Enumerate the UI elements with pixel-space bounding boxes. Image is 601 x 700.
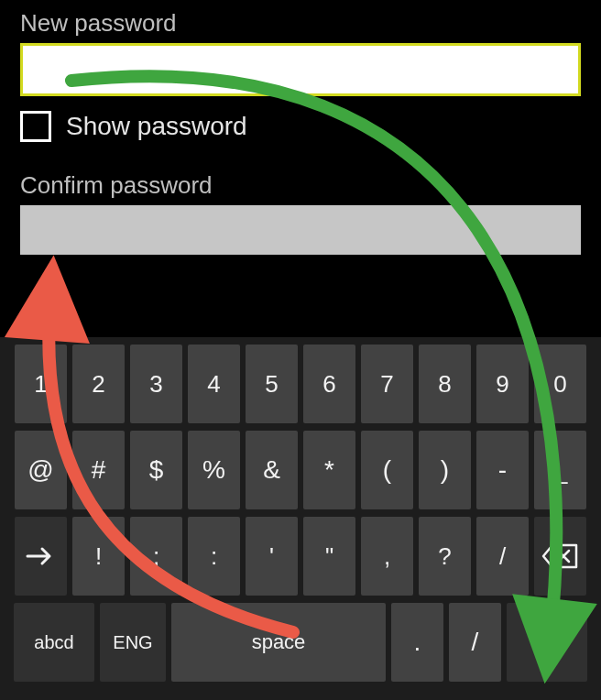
show-password-label: Show password [66,112,247,141]
key-$[interactable]: $ [130,431,182,509]
abcd-key[interactable]: abcd [14,603,94,682]
slash-key[interactable]: / [449,603,501,682]
confirm-password-label: Confirm password [20,171,581,200]
key-'[interactable]: ' [246,517,298,596]
key-6[interactable]: 6 [303,345,355,423]
checkbox-icon [20,111,51,142]
key-2[interactable]: 2 [72,345,125,423]
key-![interactable]: ! [72,517,125,596]
key-9[interactable]: 9 [476,345,529,423]
key-#[interactable]: # [72,431,125,509]
key-:[interactable]: : [188,517,240,596]
key-?[interactable]: ? [419,517,471,596]
key-([interactable]: ( [361,431,413,509]
key-"[interactable]: " [303,517,355,596]
key-*[interactable]: * [303,431,355,509]
backspace-icon [541,543,580,569]
key-5[interactable]: 5 [246,345,298,423]
key-&[interactable]: & [246,431,298,509]
key--[interactable]: - [476,431,529,509]
key-)[interactable]: ) [419,431,471,509]
dot-key[interactable]: . [391,603,443,682]
new-password-input[interactable] [20,43,581,96]
backspace-key[interactable] [534,517,586,596]
key-;[interactable]: ; [130,517,182,596]
key-_[interactable]: _ [534,431,586,509]
key-4[interactable]: 4 [188,345,240,423]
key-/[interactable]: / [476,517,529,596]
virtual-keyboard: 1234567890 @#$%&*()-_ !;:'",?/ abcd ENG … [0,337,601,700]
show-password-checkbox[interactable]: Show password [20,111,581,142]
key-7[interactable]: 7 [361,345,413,423]
key-0[interactable]: 0 [534,345,586,423]
key-%[interactable]: % [188,431,240,509]
shift-key[interactable] [15,517,67,596]
key-@[interactable]: @ [15,431,67,509]
key-1[interactable]: 1 [15,345,67,423]
space-key[interactable]: space [171,603,386,682]
arrow-right-icon [26,545,57,567]
language-key[interactable]: ENG [100,603,166,682]
confirm-password-input[interactable] [20,205,581,255]
new-password-label: New password [20,9,581,38]
enter-key[interactable] [507,603,587,682]
key-8[interactable]: 8 [419,345,471,423]
key-3[interactable]: 3 [130,345,182,423]
enter-icon [529,629,565,656]
key-,[interactable]: , [361,517,413,596]
